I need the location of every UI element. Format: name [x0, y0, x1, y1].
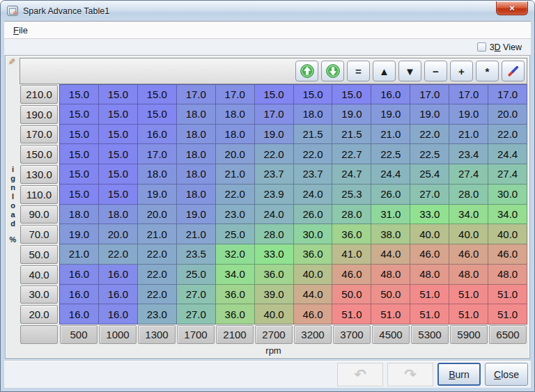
- table-cell[interactable]: 40.0: [488, 224, 527, 244]
- add-button[interactable]: +: [450, 61, 473, 81]
- table-cell[interactable]: 22.5: [371, 144, 410, 164]
- table-cell[interactable]: 17.0: [138, 144, 177, 164]
- table-cell[interactable]: 36.0: [216, 285, 255, 305]
- table-cell[interactable]: 46.0: [449, 244, 488, 265]
- table-cell[interactable]: 36.0: [216, 304, 255, 324]
- table-cell[interactable]: 46.0: [488, 244, 527, 265]
- window-close-button[interactable]: ×: [496, 1, 528, 15]
- table-cell[interactable]: 19.0: [410, 104, 449, 125]
- multiply-button[interactable]: *: [476, 61, 499, 81]
- column-header[interactable]: 3700: [333, 325, 371, 344]
- table-cell[interactable]: 20.0: [216, 144, 255, 164]
- row-header[interactable]: 90.0: [20, 205, 58, 224]
- close-button[interactable]: Close: [485, 363, 528, 386]
- table-cell[interactable]: 22.0: [294, 144, 333, 164]
- table-cell[interactable]: 16.0: [59, 304, 99, 324]
- row-header[interactable]: 170.0: [20, 125, 58, 144]
- table-cell[interactable]: 51.0: [449, 304, 488, 324]
- table-cell[interactable]: 31.0: [371, 205, 410, 225]
- table-cell[interactable]: 46.0: [332, 265, 371, 285]
- table-cell[interactable]: 51.0: [332, 304, 371, 324]
- table-cell[interactable]: 25.4: [410, 164, 449, 185]
- table-cell[interactable]: 15.0: [138, 84, 177, 104]
- column-header[interactable]: 4500: [372, 325, 410, 344]
- table-cell[interactable]: 51.0: [449, 285, 488, 305]
- table-cell[interactable]: 18.0: [177, 185, 216, 205]
- table-cell[interactable]: 23.4: [449, 144, 488, 164]
- table-cell[interactable]: 15.0: [59, 164, 99, 185]
- table-cell[interactable]: 22.0: [138, 244, 177, 265]
- table-cell[interactable]: 18.0: [177, 144, 216, 164]
- table-cell[interactable]: 40.0: [294, 265, 333, 285]
- table-cell[interactable]: 18.0: [294, 104, 333, 125]
- increment-button[interactable]: ▲: [373, 61, 396, 81]
- subtract-button[interactable]: −: [424, 61, 447, 81]
- table-cell[interactable]: 48.0: [488, 265, 527, 285]
- undo-button[interactable]: ↶: [337, 363, 383, 386]
- table-cell[interactable]: 19.0: [371, 104, 410, 125]
- table-cell[interactable]: 23.7: [255, 164, 294, 185]
- table-cell[interactable]: 38.0: [371, 224, 410, 244]
- table-cell[interactable]: 32.0: [216, 244, 255, 265]
- table-cell[interactable]: 15.0: [99, 125, 138, 145]
- table-cell[interactable]: 15.0: [59, 104, 99, 125]
- table-cell[interactable]: 23.0: [216, 205, 255, 225]
- table-cell[interactable]: 40.0: [410, 224, 449, 244]
- column-header[interactable]: 3200: [294, 325, 332, 344]
- table-cell[interactable]: 18.0: [177, 125, 216, 145]
- table-cell[interactable]: 21.5: [332, 125, 371, 145]
- column-header[interactable]: 500: [60, 325, 98, 344]
- row-header[interactable]: 130.0: [20, 165, 58, 184]
- table-cell[interactable]: 18.0: [99, 205, 138, 225]
- table-cell[interactable]: 51.0: [410, 285, 449, 305]
- table-cell[interactable]: 17.0: [449, 84, 488, 104]
- table-cell[interactable]: 39.0: [255, 285, 294, 305]
- table-cell[interactable]: 15.0: [99, 104, 138, 125]
- table-cell[interactable]: 40.0: [449, 224, 488, 244]
- column-header[interactable]: 5900: [450, 325, 488, 344]
- set-equal-button[interactable]: =: [347, 61, 370, 81]
- decrement-button[interactable]: ▼: [398, 61, 421, 81]
- table-cell[interactable]: 22.0: [255, 144, 294, 164]
- table-cell[interactable]: 16.0: [99, 285, 138, 305]
- table-cell[interactable]: 24.0: [294, 185, 333, 205]
- table-cell[interactable]: 22.5: [410, 144, 449, 164]
- table-cell[interactable]: 21.0: [177, 224, 216, 244]
- row-header[interactable]: 20.0: [20, 305, 58, 324]
- table-cell[interactable]: 51.0: [371, 304, 410, 324]
- row-header[interactable]: 30.0: [20, 285, 58, 304]
- table-cell[interactable]: 15.0: [332, 84, 371, 104]
- table-cell[interactable]: 27.4: [488, 164, 527, 185]
- table-cell[interactable]: 48.0: [371, 265, 410, 285]
- table-cell[interactable]: 30.0: [294, 224, 333, 244]
- table-cell[interactable]: 36.0: [294, 244, 333, 265]
- table-cell[interactable]: 50.0: [332, 285, 371, 305]
- table-cell[interactable]: 16.0: [59, 285, 99, 305]
- table-cell[interactable]: 21.0: [371, 125, 410, 145]
- table-cell[interactable]: 51.0: [488, 304, 527, 324]
- table-cell[interactable]: 21.0: [216, 164, 255, 185]
- table-cell[interactable]: 24.4: [371, 164, 410, 185]
- table-cell[interactable]: 20.0: [488, 104, 527, 125]
- table-cell[interactable]: 22.0: [410, 125, 449, 145]
- row-header[interactable]: 210.0: [20, 85, 58, 104]
- burn-button[interactable]: Burn: [437, 363, 481, 386]
- table-cell[interactable]: 36.0: [255, 265, 294, 285]
- table-cell[interactable]: 33.0: [410, 205, 449, 225]
- table-cell[interactable]: 15.0: [99, 144, 138, 164]
- table-cell[interactable]: 19.0: [138, 185, 177, 205]
- table-cell[interactable]: 48.0: [410, 265, 449, 285]
- table-cell[interactable]: 26.0: [371, 185, 410, 205]
- row-header[interactable]: 110.0: [20, 185, 58, 204]
- 3d-view-label[interactable]: 3D View: [490, 42, 522, 52]
- table-cell[interactable]: 17.0: [255, 104, 294, 125]
- row-header[interactable]: 40.0: [20, 265, 58, 284]
- table-cell[interactable]: 19.0: [59, 224, 99, 244]
- column-header[interactable]: 6500: [489, 325, 527, 344]
- row-header[interactable]: 150.0: [20, 145, 58, 164]
- column-header[interactable]: 2700: [255, 325, 293, 344]
- table-cell[interactable]: 15.0: [59, 84, 99, 104]
- table-cell[interactable]: 36.0: [332, 224, 371, 244]
- table-cell[interactable]: 19.0: [177, 205, 216, 225]
- table-cell[interactable]: 15.0: [255, 84, 294, 104]
